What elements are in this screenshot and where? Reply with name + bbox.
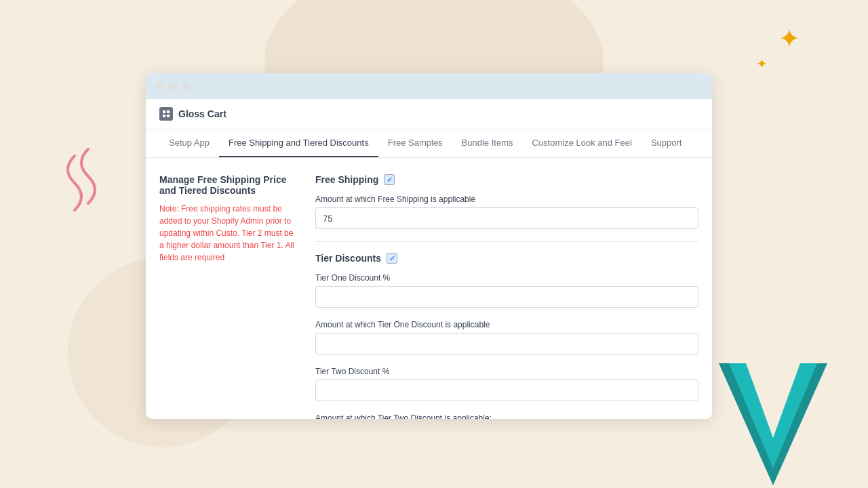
tier-discounts-header: Tier Discounts <box>315 253 698 264</box>
tab-support[interactable]: Support <box>642 129 692 157</box>
tier-one-discount-label: Tier One Discount % <box>315 273 698 283</box>
tab-setup-app[interactable]: Setup App <box>159 129 219 157</box>
tab-free-samples[interactable]: Free Samples <box>378 129 452 157</box>
browser-content: Gloss Cart Setup App Free Shipping and T… <box>146 99 712 419</box>
traffic-light-1 <box>155 82 163 90</box>
free-shipping-amount-input[interactable] <box>315 207 698 229</box>
browser-window: Gloss Cart Setup App Free Shipping and T… <box>146 73 712 419</box>
free-shipping-amount-group: Amount at which Free Shipping is applica… <box>315 195 698 229</box>
tier-two-amount-label: Amount at which Tier Two Discount is app… <box>315 413 698 419</box>
traffic-light-2 <box>169 82 177 90</box>
traffic-light-3 <box>182 82 191 90</box>
tier-one-amount-input[interactable] <box>315 333 698 354</box>
app-logo-icon <box>159 107 173 121</box>
tier-two-discount-input[interactable] <box>315 380 698 401</box>
free-shipping-amount-label: Amount at which Free Shipping is applica… <box>315 195 698 204</box>
svg-rect-5 <box>167 115 170 117</box>
tier-two-discount-label: Tier Two Discount % <box>315 367 698 376</box>
note-text: Note: Free shipping rates must be added … <box>159 203 295 264</box>
nav-tabs: Setup App Free Shipping and Tiered Disco… <box>146 129 712 158</box>
tab-customize[interactable]: Customize Look and Feel <box>522 129 641 157</box>
tier-discounts-label: Tier Discounts <box>315 253 381 264</box>
section-title: Manage Free Shipping Price and Tiered Di… <box>159 174 295 196</box>
right-panel: Free Shipping Amount at which Free Shipp… <box>315 174 698 419</box>
browser-titlebar <box>146 73 712 99</box>
tier-two-amount-group: Amount at which Tier Two Discount is app… <box>315 413 698 419</box>
squiggle-decoration <box>47 136 122 220</box>
app-title: Gloss Cart <box>178 108 226 119</box>
free-shipping-label: Free Shipping <box>315 174 378 185</box>
main-content: Manage Free Shipping Price and Tiered Di… <box>146 158 712 419</box>
tab-bundle-items[interactable]: Bundle Items <box>452 129 523 157</box>
tier-one-discount-input[interactable] <box>315 286 698 308</box>
tier-two-discount-group: Tier Two Discount % <box>315 367 698 401</box>
star-large-icon: ✦ <box>778 24 800 54</box>
star-small-icon: ✦ <box>756 56 768 72</box>
svg-rect-2 <box>163 110 165 113</box>
svg-rect-4 <box>163 115 165 117</box>
app-header: Gloss Cart <box>146 99 712 129</box>
tier-one-discount-group: Tier One Discount % <box>315 273 698 308</box>
left-panel: Manage Free Shipping Price and Tiered Di… <box>159 174 295 419</box>
free-shipping-header: Free Shipping <box>315 174 698 185</box>
svg-rect-3 <box>167 110 170 113</box>
teal-v-decoration <box>719 363 827 488</box>
tier-discounts-checkbox[interactable] <box>387 253 397 264</box>
free-shipping-checkbox[interactable] <box>384 174 395 185</box>
tier-one-amount-group: Amount at which Tier One Discount is app… <box>315 320 698 354</box>
divider-1 <box>315 241 698 242</box>
tier-one-amount-label: Amount at which Tier One Discount is app… <box>315 320 698 329</box>
tab-free-shipping-tiered[interactable]: Free Shipping and Tiered Discounts <box>219 129 378 157</box>
